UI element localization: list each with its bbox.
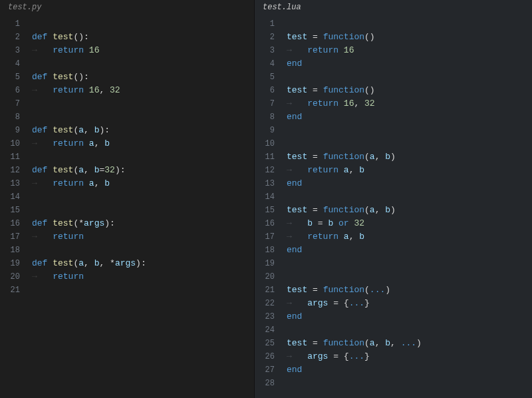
code-line[interactable]: 11test = function(a, b) — [255, 150, 532, 164]
code-line[interactable]: 10 — [255, 137, 532, 150]
token-kw: return — [53, 45, 89, 55]
code-line[interactable]: 27end — [255, 363, 532, 377]
token-id: test — [287, 32, 307, 42]
code-line[interactable]: 21 — [0, 284, 254, 297]
code-line[interactable]: 19 — [255, 257, 532, 270]
code-line[interactable]: 2test = function() — [255, 31, 532, 44]
code-line[interactable]: 23end — [255, 310, 532, 323]
code-content: def test(*args): — [32, 217, 115, 230]
token-op: , — [94, 178, 105, 188]
code-line[interactable]: 1 — [0, 17, 254, 31]
code-line[interactable]: 14 — [0, 190, 254, 204]
indent-arrow-icon: → — [287, 298, 307, 308]
token-kw: return — [53, 178, 89, 188]
code-line[interactable]: 11 — [0, 150, 254, 164]
code-line[interactable]: 12def test(a, b=32): — [0, 164, 254, 177]
tab-right-filename[interactable]: test.lua — [255, 0, 532, 16]
token-op: = — [307, 85, 323, 95]
code-line[interactable]: 17→ return — [0, 230, 254, 244]
indent-arrow-icon: → — [32, 138, 53, 148]
code-line[interactable]: 9def test(a, b): — [0, 124, 254, 137]
code-line[interactable]: 19def test(a, b, *args): — [0, 257, 254, 270]
code-line[interactable]: 16→ b = b or 32 — [255, 217, 532, 230]
code-line[interactable]: 24 — [255, 323, 532, 337]
token-kw: return — [307, 165, 344, 175]
line-number: 19 — [0, 257, 32, 270]
code-area-left[interactable]: 12def test():3→ return 1645def test():6→… — [0, 16, 254, 398]
indent-arrow-icon: → — [32, 272, 53, 282]
code-line[interactable]: 8 — [0, 110, 254, 124]
code-line[interactable]: 22→ args = {...} — [255, 297, 532, 310]
line-number: 15 — [255, 204, 287, 217]
token-num: 32 — [364, 99, 375, 108]
token-op: , — [349, 232, 360, 242]
code-line[interactable]: 2def test(): — [0, 31, 254, 44]
code-line[interactable]: 3→ return 16 — [0, 44, 254, 57]
code-line[interactable]: 26→ args = {...} — [255, 350, 532, 363]
token-kw: return — [53, 272, 84, 282]
code-line[interactable]: 7→ return 16, 32 — [255, 97, 532, 110]
code-area-right[interactable]: 12test = function()3→ return 164end56tes… — [255, 16, 532, 398]
token-id: a — [344, 232, 349, 242]
token-kw: or — [338, 218, 349, 228]
code-line[interactable]: 9 — [255, 124, 532, 137]
code-line[interactable]: 5def test(): — [0, 71, 254, 84]
code-line[interactable]: 14 — [255, 190, 532, 204]
code-line[interactable]: 20→ return — [0, 270, 254, 284]
token-op: , — [375, 205, 386, 215]
token-kw: return — [53, 138, 89, 148]
token-op: ) — [385, 285, 390, 295]
line-number: 21 — [255, 284, 287, 297]
line-number: 12 — [0, 164, 32, 177]
tab-left-filename[interactable]: test.py — [0, 0, 254, 16]
code-line[interactable]: 15 — [0, 204, 254, 217]
token-op: = — [307, 338, 323, 348]
token-kw: def — [32, 125, 53, 135]
code-line[interactable]: 5 — [255, 71, 532, 84]
code-line[interactable]: 16def test(*args): — [0, 217, 254, 230]
code-content: → return a, b — [32, 177, 110, 190]
token-op: = { — [328, 298, 348, 308]
code-line[interactable]: 25test = function(a, b, ...) — [255, 337, 532, 350]
token-kw: return — [53, 85, 89, 95]
token-id: args — [84, 218, 104, 228]
token-id: b — [104, 178, 110, 188]
line-number: 10 — [255, 137, 287, 150]
line-number: 8 — [0, 110, 32, 124]
line-number: 8 — [255, 110, 287, 124]
code-line[interactable]: 1 — [255, 17, 532, 31]
token-kw: function — [323, 205, 364, 215]
code-line[interactable]: 18 — [0, 244, 254, 257]
token-num: 32 — [104, 165, 115, 175]
token-fn: test — [53, 218, 73, 228]
token-op: () — [364, 85, 375, 95]
code-content: def test(a, b=32): — [32, 164, 126, 177]
line-number: 16 — [255, 217, 287, 230]
code-line[interactable]: 4 — [0, 57, 254, 71]
code-line[interactable]: 7 — [0, 97, 254, 110]
code-line[interactable]: 18end — [255, 244, 532, 257]
code-line[interactable]: 28 — [255, 377, 532, 390]
code-line[interactable]: 20 — [255, 270, 532, 284]
code-line[interactable]: 6test = function() — [255, 84, 532, 97]
code-line[interactable]: 6→ return 16, 32 — [0, 84, 254, 97]
token-op: , — [349, 165, 360, 175]
token-vararg: ... — [349, 351, 364, 361]
line-number: 2 — [255, 31, 287, 44]
code-line[interactable]: 4end — [255, 57, 532, 71]
code-line[interactable]: 15test = function(a, b) — [255, 204, 532, 217]
token-op: , — [375, 152, 386, 162]
code-line[interactable]: 3→ return 16 — [255, 44, 532, 57]
code-line[interactable]: 10→ return a, b — [0, 137, 254, 150]
line-number: 18 — [0, 244, 32, 257]
code-line[interactable]: 13→ return a, b — [0, 177, 254, 190]
code-line[interactable]: 21test = function(...) — [255, 284, 532, 297]
code-line[interactable]: 13end — [255, 177, 532, 190]
token-kw: end — [287, 59, 302, 69]
code-line[interactable]: 8end — [255, 110, 532, 124]
code-content: test = function(a, b) — [287, 150, 396, 164]
code-line[interactable]: 12→ return a, b — [255, 164, 532, 177]
token-op — [333, 218, 338, 228]
token-kw: def — [32, 32, 53, 42]
code-line[interactable]: 17→ return a, b — [255, 230, 532, 244]
